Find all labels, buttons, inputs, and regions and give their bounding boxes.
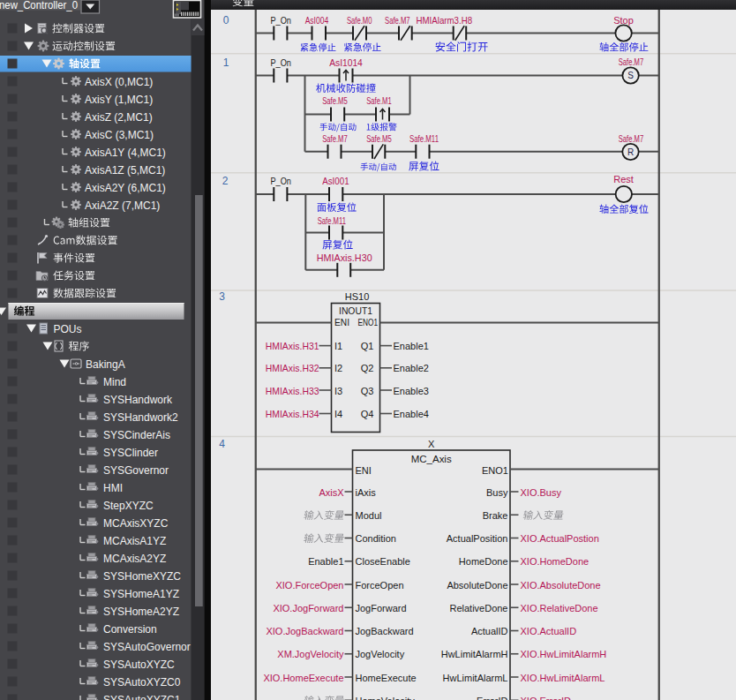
svg-text:new_Controller_0: new_Controller_0 — [0, 0, 78, 11]
svg-text:SYSAutoXYZC: SYSAutoXYZC — [103, 659, 175, 671]
svg-text:Q2: Q2 — [361, 363, 374, 373]
svg-text:Modul: Modul — [356, 510, 382, 521]
svg-text:Safe.M1: Safe.M1 — [366, 95, 392, 106]
svg-text:AsI004: AsI004 — [305, 15, 329, 26]
svg-text:P_On: P_On — [270, 176, 291, 186]
svg-text:XIO.ErrorID: XIO.ErrorID — [521, 696, 572, 700]
svg-text:SYSHandwork: SYSHandwork — [103, 394, 173, 406]
svg-text:Q3: Q3 — [361, 386, 374, 396]
svg-text:AxisX: AxisX — [319, 487, 344, 498]
svg-text:ErrorID: ErrorID — [477, 696, 508, 700]
svg-text:Safe.M0: Safe.M0 — [347, 15, 372, 26]
svg-text:AbsoluteDone: AbsoluteDone — [447, 580, 507, 591]
svg-text:Safe.M11: Safe.M11 — [409, 133, 439, 144]
svg-text:I4: I4 — [334, 409, 342, 419]
svg-text:P_On: P_On — [270, 57, 291, 68]
svg-text:Mind: Mind — [103, 376, 126, 388]
svg-text:Safe.M7: Safe.M7 — [322, 133, 348, 144]
svg-text:I1: I1 — [334, 341, 342, 351]
svg-text:0: 0 — [223, 14, 229, 26]
svg-text:Enable3: Enable3 — [394, 386, 429, 396]
svg-text:X: X — [428, 439, 435, 449]
svg-text:ENI: ENI — [356, 465, 372, 476]
svg-text:I3: I3 — [334, 386, 342, 396]
svg-text:HomeDone: HomeDone — [459, 556, 508, 567]
svg-text:SYSCinderAis: SYSCinderAis — [103, 429, 170, 441]
svg-text:4: 4 — [219, 438, 225, 450]
svg-text:XIO.ForceOpen: XIO.ForceOpen — [275, 580, 343, 591]
svg-text:Enable2: Enable2 — [394, 363, 429, 373]
svg-text:CloseEnable: CloseEnable — [356, 556, 410, 567]
svg-text:XIO.HwLimitAlarmL: XIO.HwLimitAlarmL — [521, 673, 605, 683]
svg-text:MC_Axis: MC_Axis — [411, 454, 453, 464]
svg-text:JogForward: JogForward — [356, 603, 407, 613]
svg-text:HMIAxis.H30: HMIAxis.H30 — [317, 252, 372, 263]
svg-text:HwLimitAlarmL: HwLimitAlarmL — [443, 673, 508, 683]
svg-text:XIO.JogBackward: XIO.JogBackward — [266, 626, 343, 636]
svg-text:BakingA: BakingA — [86, 358, 125, 371]
svg-text:XIO.Busy: XIO.Busy — [521, 487, 562, 498]
svg-text:XIO.HomeExecute: XIO.HomeExecute — [263, 673, 343, 683]
svg-text:MCAxisA2YZ: MCAxisA2YZ — [103, 553, 166, 565]
svg-text:Enable1: Enable1 — [308, 556, 343, 567]
svg-text:SYSHomeXYZC: SYSHomeXYZC — [103, 570, 181, 583]
svg-text:Enable4: Enable4 — [394, 409, 429, 419]
svg-text:SYSHomeA2YZ: SYSHomeA2YZ — [103, 606, 179, 618]
svg-text:iAxis: iAxis — [356, 487, 377, 498]
svg-text:HwLimitAlarmH: HwLimitAlarmH — [441, 649, 508, 659]
svg-text:Safe.M7: Safe.M7 — [385, 15, 410, 26]
svg-text:MCAxisXYZC: MCAxisXYZC — [103, 517, 169, 530]
svg-text:XIO.JogForward: XIO.JogForward — [273, 603, 343, 613]
svg-text:XM.JogVelocity: XM.JogVelocity — [277, 649, 344, 659]
svg-text:3: 3 — [219, 290, 225, 303]
svg-text:AsI001: AsI001 — [322, 176, 349, 186]
svg-text:Condition: Condition — [356, 533, 396, 544]
svg-text:HomeVelocity: HomeVelocity — [356, 696, 416, 700]
svg-text:HMIAlarm3.H8: HMIAlarm3.H8 — [417, 15, 473, 26]
svg-text:HS10: HS10 — [345, 291, 370, 302]
svg-text:SYSAutoGovernor: SYSAutoGovernor — [103, 641, 191, 653]
svg-text:AxisA1Y (4,MC1): AxisA1Y (4,MC1) — [85, 147, 166, 159]
svg-text:Rest: Rest — [613, 174, 634, 184]
svg-text:HMIAxis.H31: HMIAxis.H31 — [266, 341, 319, 351]
svg-text:XIO.ActualPostion: XIO.ActualPostion — [521, 533, 599, 544]
svg-text:Safe.M5: Safe.M5 — [322, 95, 348, 106]
svg-text:R: R — [627, 147, 634, 157]
svg-text:Safe.M5: Safe.M5 — [366, 133, 392, 144]
svg-text:XIO.HwLimitAlarmH: XIO.HwLimitAlarmH — [521, 649, 607, 659]
svg-text:1: 1 — [223, 56, 229, 69]
svg-text:INOUT1: INOUT1 — [339, 305, 372, 316]
svg-text:HMIAxis.H34: HMIAxis.H34 — [266, 409, 319, 419]
svg-text:StepXYZC: StepXYZC — [103, 500, 154, 512]
svg-text:AxisC (3,MC1): AxisC (3,MC1) — [85, 129, 154, 141]
svg-text:AxisY (1,MC1): AxisY (1,MC1) — [85, 94, 153, 106]
svg-text:SYSGovernor: SYSGovernor — [103, 464, 169, 477]
svg-text:AxiA2Z (7,MC1): AxiA2Z (7,MC1) — [85, 199, 160, 212]
svg-text:SYSAutoXYZC0: SYSAutoXYZC0 — [103, 676, 181, 689]
svg-text:Stop: Stop — [613, 15, 634, 26]
svg-text:ActualID: ActualID — [471, 626, 508, 636]
svg-text:Safe.M7: Safe.M7 — [619, 133, 644, 144]
svg-text:MCAxisA1YZ: MCAxisA1YZ — [103, 535, 166, 547]
svg-text:HMIAxis.H33: HMIAxis.H33 — [266, 386, 319, 396]
svg-text:AxisA1Z (5,MC1): AxisA1Z (5,MC1) — [85, 164, 165, 177]
svg-text:Brake: Brake — [483, 510, 508, 521]
svg-text:S: S — [627, 71, 634, 80]
svg-text:Conversion: Conversion — [103, 623, 157, 636]
svg-text:Safe.M11: Safe.M11 — [318, 215, 346, 226]
svg-text:Q4: Q4 — [361, 409, 374, 419]
svg-text:P_On: P_On — [270, 15, 291, 26]
svg-text:JogVelocity: JogVelocity — [356, 649, 405, 659]
svg-text:SYSAutoXYZC1: SYSAutoXYZC1 — [103, 694, 181, 700]
svg-text:AxisX (0,MC1): AxisX (0,MC1) — [85, 76, 153, 88]
svg-text:Enable1: Enable1 — [394, 341, 429, 351]
svg-text:HMIAxis.H32: HMIAxis.H32 — [266, 363, 319, 373]
svg-text:Q1: Q1 — [361, 341, 374, 351]
svg-text:XIO.ActualID: XIO.ActualID — [521, 626, 577, 636]
svg-text:XIO.AbsoluteDone: XIO.AbsoluteDone — [521, 580, 601, 591]
svg-text:Busy: Busy — [486, 487, 508, 498]
svg-text:HMI: HMI — [103, 482, 123, 494]
svg-text:HomeExecute: HomeExecute — [356, 673, 417, 683]
svg-text:JogBackward: JogBackward — [356, 626, 414, 636]
svg-text:Safe.M7: Safe.M7 — [619, 56, 644, 67]
